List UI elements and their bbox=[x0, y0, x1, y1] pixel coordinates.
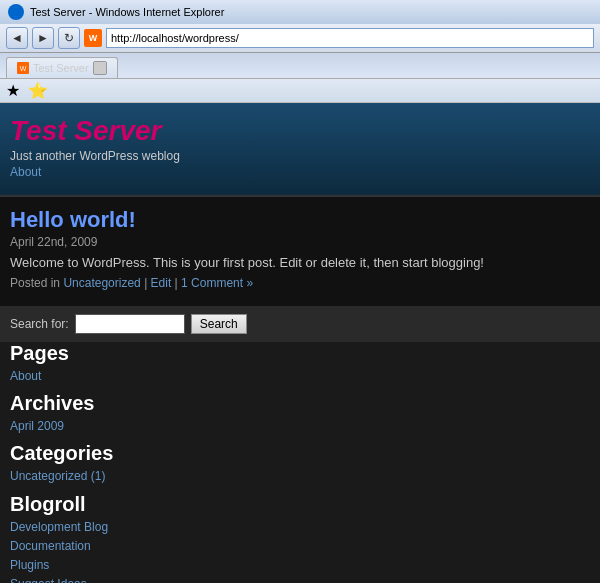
page-wrapper: Test Server Just another WordPress weblo… bbox=[0, 103, 600, 583]
active-tab[interactable]: W Test Server × bbox=[6, 57, 118, 78]
categories-uncategorized-link[interactable]: Uncategorized (1) bbox=[10, 467, 590, 486]
forward-button[interactable]: ► bbox=[32, 27, 54, 49]
blogroll-devblog-link[interactable]: Development Blog bbox=[10, 518, 590, 537]
blogroll-widget-title: Blogroll bbox=[10, 493, 590, 516]
blogroll-widget: Blogroll Development Blog Documentation … bbox=[10, 493, 590, 583]
post-category-link[interactable]: Uncategorized bbox=[63, 276, 140, 290]
main-content: Hello world! April 22nd, 2009 Welcome to… bbox=[0, 197, 600, 306]
blogroll-suggest-link[interactable]: Suggest Ideas bbox=[10, 575, 590, 583]
header-about-link[interactable]: About bbox=[10, 165, 590, 179]
archives-widget-title: Archives bbox=[10, 392, 590, 415]
address-favicon: W bbox=[84, 29, 102, 47]
post-content: Welcome to WordPress. This is your first… bbox=[10, 255, 590, 270]
pages-widget-title: Pages bbox=[10, 342, 590, 365]
favorites-bar: ★ ⭐ bbox=[0, 79, 600, 103]
pages-widget: Pages About bbox=[10, 342, 590, 386]
search-input[interactable] bbox=[75, 314, 185, 334]
browser-toolbar: ◄ ► ↻ W bbox=[0, 24, 600, 53]
tab-favicon: W bbox=[17, 62, 29, 74]
search-section: Search for: Search bbox=[0, 306, 600, 342]
tab-label: Test Server bbox=[33, 62, 89, 74]
search-label: Search for: bbox=[10, 317, 69, 331]
site-title-link[interactable]: Test Server bbox=[10, 115, 162, 146]
refresh-button[interactable]: ↻ bbox=[58, 27, 80, 49]
archives-widget: Archives April 2009 bbox=[10, 392, 590, 436]
ie-icon bbox=[8, 4, 24, 20]
favorites-star-button[interactable]: ★ bbox=[6, 81, 20, 100]
post-meta: Posted in Uncategorized | Edit | 1 Comme… bbox=[10, 276, 590, 290]
post-comment-link[interactable]: 1 Comment » bbox=[181, 276, 253, 290]
favorites-add-button[interactable]: ⭐ bbox=[28, 81, 48, 100]
categories-widget: Categories Uncategorized (1) bbox=[10, 442, 590, 486]
search-button[interactable]: Search bbox=[191, 314, 247, 334]
categories-widget-title: Categories bbox=[10, 442, 590, 465]
post-date: April 22nd, 2009 bbox=[10, 235, 590, 249]
browser-title-text: Test Server - Windows Internet Explorer bbox=[30, 6, 224, 18]
address-bar[interactable] bbox=[106, 28, 594, 48]
pages-about-link[interactable]: About bbox=[10, 367, 590, 386]
sidebar: Search for: Search Pages About Archives … bbox=[0, 306, 600, 583]
archives-april-link[interactable]: April 2009 bbox=[10, 417, 590, 436]
post-title-link[interactable]: Hello world! bbox=[10, 207, 590, 233]
posted-in-label: Posted in bbox=[10, 276, 60, 290]
post-edit-link[interactable]: Edit bbox=[151, 276, 172, 290]
browser-titlebar: Test Server - Windows Internet Explorer bbox=[0, 0, 600, 24]
address-bar-container: W bbox=[84, 28, 594, 48]
back-button[interactable]: ◄ bbox=[6, 27, 28, 49]
post-article: Hello world! April 22nd, 2009 Welcome to… bbox=[10, 207, 590, 290]
tab-close-button[interactable]: × bbox=[93, 61, 107, 75]
site-tagline: Just another WordPress weblog bbox=[10, 149, 590, 163]
blogroll-docs-link[interactable]: Documentation bbox=[10, 537, 590, 556]
site-header: Test Server Just another WordPress weblo… bbox=[0, 103, 600, 197]
browser-tabs: W Test Server × bbox=[0, 53, 600, 79]
blogroll-plugins-link[interactable]: Plugins bbox=[10, 556, 590, 575]
